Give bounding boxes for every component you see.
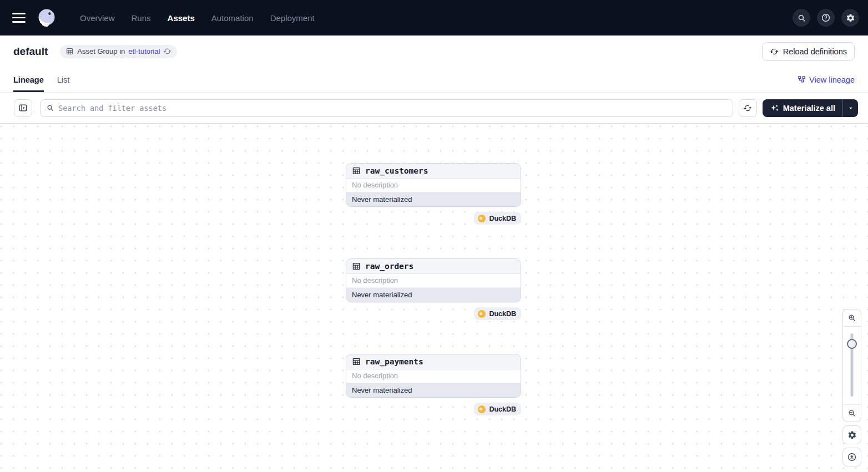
asset-status: Never materialized <box>346 288 521 302</box>
zoom-slider[interactable] <box>843 327 861 404</box>
kind-tag-label: DuckDB <box>489 215 516 222</box>
zoom-controls <box>842 309 861 422</box>
asset-node-raw-customers[interactable]: raw_customers No description Never mater… <box>346 163 521 207</box>
duckdb-icon <box>478 405 486 413</box>
sync-status-icon <box>163 47 171 55</box>
asset-node-raw-payments[interactable]: raw_payments No description Never materi… <box>346 354 521 398</box>
duckdb-icon <box>478 215 486 222</box>
nav-links: Overview Runs Assets Automation Deployme… <box>80 13 315 23</box>
tab-lineage-label: Lineage <box>13 75 44 84</box>
nav-right-icons <box>793 9 859 27</box>
toggle-sidebar-panel-button[interactable] <box>14 99 32 117</box>
asset-status: Never materialized <box>346 383 521 397</box>
zoom-in-icon <box>847 313 856 322</box>
nav-item-deployment[interactable]: Deployment <box>270 13 315 23</box>
materialize-all-button[interactable]: Materialize all <box>763 99 842 117</box>
kind-tag-duckdb[interactable]: DuckDB <box>474 403 521 415</box>
view-lineage-link[interactable]: View lineage <box>798 67 855 92</box>
reload-icon <box>770 47 779 56</box>
duckdb-icon <box>478 310 486 318</box>
code-location-link[interactable]: etl-tutorial <box>128 47 160 55</box>
reload-definitions-button[interactable]: Reload definitions <box>762 42 855 61</box>
asset-description: No description <box>346 369 521 383</box>
nav-item-automation[interactable]: Automation <box>211 13 254 23</box>
page-header: default Asset Group in etl-tutorial Relo… <box>0 35 868 67</box>
zoom-out-icon <box>847 409 856 418</box>
asset-node-raw-payments-wrap: raw_payments No description Never materi… <box>346 354 521 398</box>
zoom-slider-thumb[interactable] <box>847 339 857 349</box>
nav-item-runs[interactable]: Runs <box>132 13 151 23</box>
materialize-dropdown-caret[interactable] <box>842 99 858 117</box>
asset-status: Never materialized <box>346 192 521 206</box>
asset-node-raw-customers-wrap: raw_customers No description Never mater… <box>346 163 521 207</box>
page-title: default <box>13 45 48 58</box>
lineage-canvas[interactable]: raw_customers No description Never mater… <box>0 123 868 472</box>
kind-tag-duckdb[interactable]: DuckDB <box>474 212 521 225</box>
reload-definitions-label: Reload definitions <box>783 47 847 56</box>
asset-search-box <box>40 99 733 117</box>
asset-node-header: raw_payments <box>346 354 521 369</box>
zoom-in-button[interactable] <box>843 309 861 326</box>
settings-gear-icon <box>847 430 857 440</box>
download-icon <box>847 452 857 462</box>
caret-down-icon <box>847 104 855 112</box>
asset-node-header: raw_orders <box>346 259 521 274</box>
top-nav: Overview Runs Assets Automation Deployme… <box>0 0 868 35</box>
lineage-graph-icon <box>798 75 806 84</box>
search-input-icon <box>46 104 54 112</box>
asset-name: raw_orders <box>365 262 413 271</box>
settings-gear-icon[interactable] <box>841 9 859 27</box>
refresh-graph-button[interactable] <box>739 99 757 117</box>
tab-list-label: List <box>57 75 70 84</box>
badge-prefix-text: Asset Group in <box>77 47 125 55</box>
kind-tag-duckdb[interactable]: DuckDB <box>474 307 521 320</box>
table-grid-icon <box>65 47 74 55</box>
download-view-button[interactable] <box>842 448 861 466</box>
lineage-toolbar: Materialize all <box>0 93 868 123</box>
tabs-row: Lineage List View lineage <box>0 67 868 93</box>
nav-item-overview[interactable]: Overview <box>80 13 115 23</box>
materialize-all-split-button: Materialize all <box>763 99 858 117</box>
table-asset-icon <box>352 262 361 271</box>
search-icon[interactable] <box>793 9 810 27</box>
zoom-out-button[interactable] <box>843 405 861 422</box>
dagster-logo-icon[interactable] <box>37 8 57 28</box>
tab-lineage[interactable]: Lineage <box>13 67 44 92</box>
asset-name: raw_payments <box>365 357 423 366</box>
search-assets-input[interactable] <box>58 104 727 113</box>
table-asset-icon <box>352 166 361 175</box>
tab-list[interactable]: List <box>57 67 70 92</box>
refresh-icon <box>743 104 752 113</box>
materialize-all-label: Materialize all <box>783 104 835 113</box>
asset-group-badge: Asset Group in etl-tutorial <box>60 45 177 58</box>
asset-node-raw-orders[interactable]: raw_orders No description Never material… <box>346 258 521 302</box>
asset-node-header: raw_customers <box>346 164 521 179</box>
table-asset-icon <box>352 357 361 366</box>
asset-node-raw-orders-wrap: raw_orders No description Never material… <box>346 258 521 302</box>
view-lineage-label: View lineage <box>809 75 855 84</box>
asset-description: No description <box>346 179 521 192</box>
materialize-sparkle-icon <box>770 104 779 113</box>
kind-tag-label: DuckDB <box>489 405 516 413</box>
nav-item-assets[interactable]: Assets <box>168 13 195 23</box>
graph-settings-button[interactable] <box>842 425 861 444</box>
asset-name: raw_customers <box>365 166 428 175</box>
kind-tag-label: DuckDB <box>489 310 516 318</box>
help-icon[interactable] <box>817 9 835 27</box>
asset-description: No description <box>346 274 521 288</box>
hamburger-menu-icon[interactable] <box>12 13 26 23</box>
panel-expand-icon <box>18 103 28 113</box>
